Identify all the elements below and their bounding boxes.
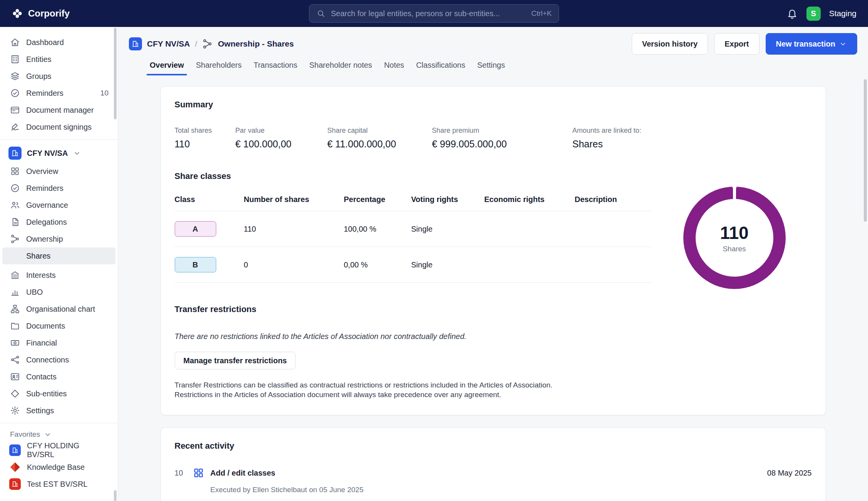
table-header: Class Number of shares Percentage Voting… bbox=[175, 195, 652, 211]
transfer-restrictions-note: There are no restrictions linked to the … bbox=[175, 332, 812, 341]
recent-activity-card: Recent activity 10 Add / edit classes 08… bbox=[160, 428, 826, 501]
favorite-item-cfy-holding[interactable]: CFY HOLDING BV/SRL bbox=[0, 442, 118, 459]
page-scrollbar[interactable] bbox=[864, 79, 867, 222]
building-icon bbox=[10, 54, 20, 64]
sidebar-item-financial[interactable]: Financial bbox=[0, 334, 118, 351]
breadcrumb-entity[interactable]: CFY NV/SA bbox=[147, 39, 190, 48]
sidebar-item-entity-reminders[interactable]: Reminders bbox=[0, 180, 118, 197]
sidebar-item-reminders[interactable]: Reminders 10 bbox=[0, 85, 118, 102]
field-label: Total shares bbox=[175, 127, 235, 135]
tab-shareholders[interactable]: Shareholders bbox=[195, 55, 242, 75]
tab-classifications[interactable]: Classifications bbox=[415, 55, 466, 75]
contact-card-icon bbox=[10, 372, 20, 382]
bar-chart-icon bbox=[10, 287, 20, 297]
network-icon bbox=[10, 355, 20, 365]
table-row[interactable]: A 110 100,00 % Single bbox=[175, 211, 652, 247]
folder-icon bbox=[10, 321, 20, 331]
sidebar-item-overview[interactable]: Overview bbox=[0, 163, 118, 180]
share-premium-value: € 999.005.000,00 bbox=[432, 139, 573, 150]
user-avatar[interactable]: S bbox=[806, 7, 821, 21]
tab-shareholder-notes[interactable]: Shareholder notes bbox=[309, 55, 373, 75]
notifications-bell-icon[interactable] bbox=[786, 8, 798, 19]
par-value: € 100.000,00 bbox=[235, 139, 327, 150]
org-chart-icon bbox=[10, 304, 20, 314]
sidebar-item-organisational-chart[interactable]: Organisational chart bbox=[0, 301, 118, 317]
sidebar-divider bbox=[0, 423, 118, 423]
favorite-item-test-est[interactable]: Test EST BV/SRL bbox=[0, 476, 118, 493]
entity-badge-icon bbox=[9, 444, 21, 456]
field-label: Share capital bbox=[327, 127, 432, 135]
activity-item[interactable]: 10 Add / edit classes 08 May 2025 bbox=[175, 467, 812, 479]
tab-overview[interactable]: Overview bbox=[149, 55, 185, 75]
brand[interactable]: Corporify bbox=[12, 8, 70, 19]
sidebar-item-governance[interactable]: Governance bbox=[0, 197, 118, 214]
search-icon bbox=[316, 9, 326, 18]
version-history-button[interactable]: Version history bbox=[632, 33, 708, 55]
field-label: Par value bbox=[235, 127, 327, 135]
sidebar-item-contacts[interactable]: Contacts bbox=[0, 368, 118, 385]
people-icon bbox=[10, 200, 20, 210]
gear-icon bbox=[10, 406, 20, 416]
sidebar-item-document-signings[interactable]: Document signings bbox=[0, 119, 118, 135]
sidebar-item-entities[interactable]: Entities bbox=[0, 51, 118, 68]
sidebar: Dashboard Entities Groups Reminders 10 D… bbox=[0, 27, 118, 501]
new-transaction-button[interactable]: New transaction bbox=[766, 33, 857, 55]
brand-name: Corporify bbox=[28, 8, 70, 19]
share-classes-title: Share classes bbox=[175, 171, 812, 181]
sidebar-divider bbox=[0, 139, 118, 140]
activity-executed-by: Executed by Ellen Stichelbaut on 05 June… bbox=[210, 486, 812, 494]
sidebar-item-connections[interactable]: Connections bbox=[0, 351, 118, 368]
sidebar-item-ownership[interactable]: Ownership bbox=[0, 230, 118, 247]
transfer-restrictions-description: Transfer Restrictions can be classified … bbox=[175, 380, 812, 399]
total-shares-value: 110 bbox=[175, 139, 235, 150]
search-input[interactable] bbox=[331, 9, 526, 18]
sidebar-item-sub-entities[interactable]: Sub-entities bbox=[0, 385, 118, 402]
share-classes-table: Class Number of shares Percentage Voting… bbox=[175, 195, 652, 283]
summary-fields: Total shares110 Par value€ 100.000,00 Sh… bbox=[175, 127, 812, 150]
sidebar-scrollbar[interactable] bbox=[114, 490, 117, 501]
sidebar-item-settings[interactable]: Settings bbox=[0, 402, 118, 419]
tab-notes[interactable]: Notes bbox=[383, 55, 405, 75]
tab-bar: Overview Shareholders Transactions Share… bbox=[118, 55, 868, 75]
banknote-icon bbox=[10, 338, 20, 348]
manage-transfer-restrictions-button[interactable]: Manage transfer restrictions bbox=[175, 352, 296, 369]
table-row[interactable]: B 0 0,00 % Single bbox=[175, 247, 652, 283]
recent-activity-title: Recent activity bbox=[175, 441, 812, 451]
tab-settings[interactable]: Settings bbox=[476, 55, 506, 75]
favorites-toggle[interactable]: Favorites bbox=[0, 427, 118, 442]
grid-icon bbox=[10, 166, 20, 176]
document-icon bbox=[10, 217, 20, 227]
export-button[interactable]: Export bbox=[714, 33, 759, 55]
layers-icon bbox=[10, 71, 20, 81]
home-icon bbox=[10, 37, 20, 47]
sidebar-item-ubo[interactable]: UBO bbox=[0, 284, 118, 301]
tab-transactions[interactable]: Transactions bbox=[253, 55, 298, 75]
favorite-item-knowledge-base[interactable]: Knowledge Base bbox=[0, 459, 118, 476]
sidebar-item-documents[interactable]: Documents bbox=[0, 317, 118, 334]
field-label: Share premium bbox=[432, 127, 573, 135]
sidebar-item-document-manager[interactable]: Document manager bbox=[0, 102, 118, 119]
sidebar-scrollbar[interactable] bbox=[114, 28, 117, 119]
sidebar-item-groups[interactable]: Groups bbox=[0, 68, 118, 85]
field-label: Amounts are linked to: bbox=[573, 127, 812, 135]
diamond-icon bbox=[10, 389, 20, 399]
entity-badge-icon bbox=[8, 147, 22, 160]
sidebar-item-dashboard[interactable]: Dashboard bbox=[0, 34, 118, 51]
breadcrumb-page: Ownership - Shares bbox=[218, 39, 294, 48]
check-circle-icon bbox=[10, 183, 20, 193]
donut-total: 110 bbox=[720, 222, 748, 243]
corporify-logo-icon bbox=[12, 8, 23, 19]
donut-label: Shares bbox=[723, 245, 746, 253]
summary-title: Summary bbox=[175, 100, 812, 110]
sidebar-item-interests[interactable]: Interests bbox=[0, 267, 118, 284]
sidebar-item-shares[interactable]: Shares bbox=[2, 247, 115, 264]
global-search[interactable]: Ctrl+K bbox=[309, 4, 559, 23]
sidebar-item-delegations[interactable]: Delegations bbox=[0, 214, 118, 230]
shares-donut-chart: 110 Shares bbox=[683, 187, 786, 289]
entity-switcher[interactable]: CFY NV/SA bbox=[0, 144, 118, 163]
activity-count: 10 bbox=[175, 469, 193, 478]
transfer-restrictions-title: Transfer restrictions bbox=[175, 304, 812, 314]
card-icon bbox=[10, 105, 20, 115]
chevron-down-icon bbox=[839, 40, 847, 48]
entity-badge-icon[interactable] bbox=[129, 37, 142, 50]
